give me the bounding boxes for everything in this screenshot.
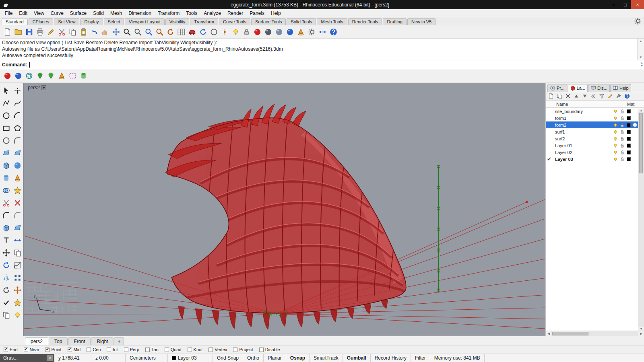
osnap-toggle[interactable]: Mid bbox=[68, 347, 81, 352]
sidebar-tool-button[interactable] bbox=[12, 160, 23, 171]
layer-row[interactable]: Layer 03 bbox=[546, 156, 638, 162]
osnap-toggle[interactable]: Vertex bbox=[208, 347, 227, 352]
grasshopper-status[interactable]: Gras... × bbox=[0, 354, 54, 362]
menu-item[interactable]: Transform bbox=[155, 10, 183, 16]
scrollbar-thumb[interactable] bbox=[639, 113, 643, 173]
toolbar-tab[interactable]: Set View bbox=[54, 18, 79, 25]
status-toggle[interactable]: SmartTrack bbox=[310, 354, 343, 362]
toolbar-tab[interactable]: New in V5 bbox=[407, 18, 436, 25]
layer-toolbar-button[interactable] bbox=[573, 93, 580, 100]
layer-toolbar-button[interactable] bbox=[615, 93, 622, 100]
layer-toolbar-button[interactable] bbox=[598, 93, 605, 100]
layer-toolbar-button[interactable] bbox=[581, 93, 588, 100]
status-toggle[interactable]: Planar bbox=[264, 354, 286, 362]
panel-horizontal-scrollbar[interactable]: ◀ ▶ bbox=[546, 331, 644, 336]
viewport-tab[interactable]: Right bbox=[91, 337, 114, 345]
status-toggle[interactable]: Grid Snap bbox=[213, 354, 243, 362]
toolbar-button[interactable] bbox=[111, 27, 122, 37]
sidebar-tool-button[interactable] bbox=[12, 297, 23, 308]
lock-icon[interactable] bbox=[619, 150, 625, 155]
toolbar-tab[interactable]: Select bbox=[104, 18, 124, 25]
toolbar-tab[interactable]: Curve Tools bbox=[219, 18, 250, 25]
lock-icon[interactable] bbox=[619, 123, 625, 128]
sidebar-tool-button[interactable] bbox=[1, 110, 11, 121]
toolbar-tab[interactable]: Mesh Tools bbox=[317, 18, 347, 25]
toolbar-button[interactable] bbox=[89, 27, 100, 37]
lock-icon[interactable] bbox=[619, 157, 625, 162]
toolbar-button[interactable] bbox=[13, 70, 24, 81]
toolbar-button[interactable] bbox=[122, 27, 132, 37]
sidebar-tool-button[interactable] bbox=[1, 173, 11, 183]
visibility-bulb-icon[interactable] bbox=[612, 130, 619, 134]
osnap-toggle[interactable]: Int bbox=[107, 347, 118, 352]
menu-item[interactable]: Tools bbox=[183, 10, 200, 16]
osnap-toggle[interactable]: Disable bbox=[259, 347, 280, 352]
toolbar-button[interactable] bbox=[219, 27, 230, 37]
layer-row[interactable]: form1 bbox=[546, 115, 638, 121]
sidebar-tool-button[interactable] bbox=[12, 85, 23, 96]
toolbar-button[interactable] bbox=[78, 27, 89, 37]
sidebar-tool-button[interactable] bbox=[12, 285, 23, 295]
viewport-tab[interactable]: Front bbox=[68, 337, 91, 345]
close-icon[interactable]: × bbox=[47, 355, 53, 361]
command-history-scrollbar[interactable]: ▲▼ bbox=[637, 39, 644, 60]
sidebar-tool-button[interactable] bbox=[12, 197, 23, 208]
visibility-bulb-icon[interactable] bbox=[612, 150, 619, 155]
osnap-toggle[interactable]: Perp bbox=[124, 347, 139, 352]
visibility-bulb-icon[interactable] bbox=[612, 143, 619, 148]
sidebar-tool-button[interactable] bbox=[12, 185, 23, 195]
layer-toolbar-button[interactable] bbox=[564, 93, 571, 100]
maximize-button[interactable]: □ bbox=[619, 0, 631, 9]
toolbar-button[interactable] bbox=[2, 70, 13, 81]
toolbar-tab[interactable]: CPlanes bbox=[29, 18, 54, 25]
viewport-tab[interactable]: + bbox=[114, 337, 124, 345]
toolbar-button[interactable] bbox=[35, 27, 45, 37]
command-line[interactable]: Command: ▲▼ bbox=[0, 60, 644, 69]
menu-item[interactable]: Edit bbox=[16, 10, 31, 16]
toolbar-button[interactable] bbox=[306, 27, 317, 37]
status-toggle[interactable]: Gumball bbox=[343, 354, 371, 362]
menu-item[interactable]: Solid bbox=[90, 10, 107, 16]
sidebar-tool-button[interactable] bbox=[1, 210, 11, 220]
lock-icon[interactable] bbox=[619, 116, 625, 121]
sidebar-tool-button[interactable] bbox=[1, 123, 11, 133]
toolbar-button[interactable] bbox=[154, 27, 165, 37]
scroll-left-icon[interactable]: ◀ bbox=[546, 332, 551, 335]
layer-color-swatch[interactable] bbox=[627, 150, 631, 154]
toolbar-button[interactable] bbox=[67, 70, 78, 81]
layer-row[interactable]: Layer 01 bbox=[546, 142, 638, 149]
lock-icon[interactable] bbox=[619, 130, 625, 134]
layer-color-swatch[interactable] bbox=[627, 144, 631, 148]
toolbar-button[interactable] bbox=[285, 27, 295, 37]
name-column-header[interactable]: Name bbox=[546, 102, 627, 107]
toolbar-button[interactable] bbox=[100, 27, 111, 37]
toolbar-button[interactable] bbox=[198, 27, 208, 37]
lock-icon[interactable] bbox=[619, 143, 625, 148]
osnap-toggle[interactable]: Quad bbox=[165, 347, 182, 352]
toolbar-button[interactable] bbox=[45, 70, 56, 81]
menu-item[interactable]: View bbox=[31, 10, 47, 16]
layer-toolbar-button[interactable] bbox=[607, 93, 613, 100]
panel-tab[interactable]: Dis... bbox=[588, 84, 610, 92]
viewport-title[interactable]: pers2 ▼ bbox=[28, 85, 46, 90]
sidebar-tool-button[interactable] bbox=[1, 310, 11, 320]
osnap-toggle[interactable]: End bbox=[4, 347, 18, 352]
sidebar-tool-button[interactable] bbox=[1, 272, 11, 283]
layer-color-swatch[interactable] bbox=[627, 123, 631, 127]
toolbar-tab[interactable]: Display bbox=[80, 18, 103, 25]
toolbar-button[interactable] bbox=[56, 70, 67, 81]
panel-tab[interactable]: La... bbox=[568, 84, 588, 92]
sidebar-tool-button[interactable] bbox=[12, 210, 23, 220]
osnap-toggle[interactable]: Cen bbox=[87, 347, 101, 352]
status-toggle[interactable]: Osnap bbox=[286, 354, 310, 362]
toolbar-tab[interactable]: Solid Tools bbox=[287, 18, 316, 25]
lock-icon[interactable] bbox=[619, 109, 625, 114]
menu-item[interactable]: Analyze bbox=[200, 10, 224, 16]
menu-item[interactable]: Curve bbox=[47, 10, 67, 16]
menu-item[interactable]: Dimension bbox=[125, 10, 155, 16]
sidebar-tool-button[interactable] bbox=[1, 260, 11, 270]
toolbar-button[interactable] bbox=[317, 27, 328, 37]
toolbar-button[interactable] bbox=[328, 27, 339, 37]
viewport-pers2[interactable]: y x pers2 ▼ bbox=[23, 83, 545, 336]
scroll-up-icon[interactable]: ▲ bbox=[640, 109, 643, 112]
